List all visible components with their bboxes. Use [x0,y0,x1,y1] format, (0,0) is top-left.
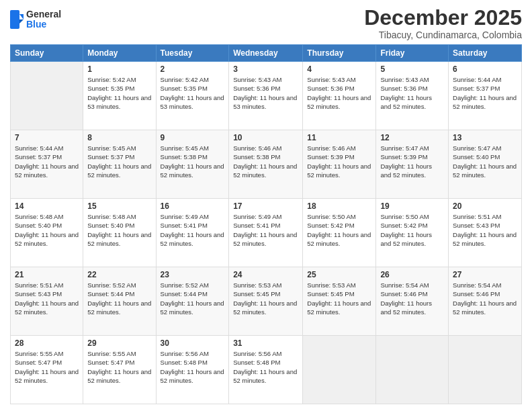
day-info: Sunrise: 5:47 AM Sunset: 5:40 PM Dayligh… [453,144,517,179]
calendar-cell: 8Sunrise: 5:45 AM Sunset: 5:37 PM Daylig… [83,130,156,199]
day-info: Sunrise: 5:46 AM Sunset: 5:39 PM Dayligh… [307,144,371,179]
day-number: 19 [380,201,444,211]
calendar-cell: 2Sunrise: 5:42 AM Sunset: 5:35 PM Daylig… [156,62,229,130]
calendar-cell: 17Sunrise: 5:49 AM Sunset: 5:41 PM Dayli… [229,199,303,267]
day-number: 10 [233,133,298,142]
calendar-cell: 25Sunrise: 5:53 AM Sunset: 5:45 PM Dayli… [303,267,376,336]
calendar-cell: 7Sunrise: 5:44 AM Sunset: 5:37 PM Daylig… [11,130,83,199]
calendar-cell: 9Sunrise: 5:45 AM Sunset: 5:38 PM Daylig… [156,130,229,199]
day-number: 21 [15,270,79,279]
day-info: Sunrise: 5:48 AM Sunset: 5:40 PM Dayligh… [87,212,151,248]
day-info: Sunrise: 5:42 AM Sunset: 5:35 PM Dayligh… [161,75,225,111]
day-info: Sunrise: 5:53 AM Sunset: 5:45 PM Dayligh… [233,281,298,316]
day-number: 22 [87,270,151,279]
day-info: Sunrise: 5:47 AM Sunset: 5:39 PM Dayligh… [380,144,444,179]
calendar-cell [303,336,376,404]
svg-marker-1 [19,14,24,19]
day-info: Sunrise: 5:45 AM Sunset: 5:38 PM Dayligh… [161,144,225,179]
day-number: 7 [15,133,79,142]
day-number: 26 [380,270,444,279]
day-number: 6 [453,64,517,74]
logo: General Blue [10,9,61,30]
calendar-cell [376,336,449,404]
calendar-cell: 29Sunrise: 5:55 AM Sunset: 5:47 PM Dayli… [83,336,156,404]
calendar-cell [11,62,83,130]
day-info: Sunrise: 5:55 AM Sunset: 5:47 PM Dayligh… [87,349,151,385]
calendar-cell: 6Sunrise: 5:44 AM Sunset: 5:37 PM Daylig… [449,62,522,130]
day-info: Sunrise: 5:56 AM Sunset: 5:48 PM Dayligh… [161,349,225,385]
day-number: 27 [453,270,517,279]
logo-general: General [26,9,61,19]
calendar-cell: 21Sunrise: 5:51 AM Sunset: 5:43 PM Dayli… [11,267,83,336]
day-header-saturday: Saturday [449,45,522,62]
day-number: 12 [380,133,444,142]
day-number: 17 [233,201,298,211]
calendar-cell: 15Sunrise: 5:48 AM Sunset: 5:40 PM Dayli… [83,199,156,267]
day-header-friday: Friday [376,45,449,62]
day-info: Sunrise: 5:49 AM Sunset: 5:41 PM Dayligh… [161,212,225,248]
day-info: Sunrise: 5:43 AM Sunset: 5:36 PM Dayligh… [233,75,298,111]
day-info: Sunrise: 5:50 AM Sunset: 5:42 PM Dayligh… [380,212,444,248]
day-info: Sunrise: 5:45 AM Sunset: 5:37 PM Dayligh… [87,144,151,179]
calendar-cell [449,336,522,404]
day-info: Sunrise: 5:46 AM Sunset: 5:38 PM Dayligh… [233,144,298,179]
calendar-cell: 30Sunrise: 5:56 AM Sunset: 5:48 PM Dayli… [156,336,229,404]
day-info: Sunrise: 5:55 AM Sunset: 5:47 PM Dayligh… [15,349,79,385]
location: Tibacuy, Cundinamarca, Colombia [364,30,522,40]
calendar-cell: 1Sunrise: 5:42 AM Sunset: 5:35 PM Daylig… [83,62,156,130]
day-number: 9 [161,133,225,142]
calendar-cell: 22Sunrise: 5:52 AM Sunset: 5:44 PM Dayli… [83,267,156,336]
calendar-cell: 3Sunrise: 5:43 AM Sunset: 5:36 PM Daylig… [229,62,303,130]
day-number: 15 [87,201,151,211]
day-number: 1 [87,64,151,74]
calendar-cell: 24Sunrise: 5:53 AM Sunset: 5:45 PM Dayli… [229,267,303,336]
calendar-cell: 4Sunrise: 5:43 AM Sunset: 5:36 PM Daylig… [303,62,376,130]
day-info: Sunrise: 5:43 AM Sunset: 5:36 PM Dayligh… [307,75,371,111]
day-header-monday: Monday [83,45,156,62]
day-number: 5 [380,64,444,74]
day-header-thursday: Thursday [303,45,376,62]
calendar-cell: 5Sunrise: 5:43 AM Sunset: 5:36 PM Daylig… [376,62,449,130]
day-info: Sunrise: 5:54 AM Sunset: 5:46 PM Dayligh… [453,281,517,316]
day-number: 8 [87,133,151,142]
day-info: Sunrise: 5:44 AM Sunset: 5:37 PM Dayligh… [453,75,517,111]
day-info: Sunrise: 5:53 AM Sunset: 5:45 PM Dayligh… [307,281,371,316]
month-title: December 2025 [364,7,522,28]
day-number: 28 [15,338,79,348]
calendar-cell: 16Sunrise: 5:49 AM Sunset: 5:41 PM Dayli… [156,199,229,267]
calendar-cell: 19Sunrise: 5:50 AM Sunset: 5:42 PM Dayli… [376,199,449,267]
day-number: 2 [161,64,225,74]
day-number: 16 [161,201,225,211]
day-number: 20 [453,201,517,211]
calendar-cell: 31Sunrise: 5:56 AM Sunset: 5:48 PM Dayli… [229,336,303,404]
day-info: Sunrise: 5:50 AM Sunset: 5:42 PM Dayligh… [307,212,371,248]
calendar-header-row: SundayMondayTuesdayWednesdayThursdayFrid… [11,45,522,62]
calendar-cell: 27Sunrise: 5:54 AM Sunset: 5:46 PM Dayli… [449,267,522,336]
day-number: 30 [161,338,225,348]
day-header-tuesday: Tuesday [156,45,229,62]
calendar-week-1: 7Sunrise: 5:44 AM Sunset: 5:37 PM Daylig… [11,130,522,199]
calendar-week-3: 21Sunrise: 5:51 AM Sunset: 5:43 PM Dayli… [11,267,522,336]
calendar-cell: 12Sunrise: 5:47 AM Sunset: 5:39 PM Dayli… [376,130,449,199]
day-info: Sunrise: 5:42 AM Sunset: 5:35 PM Dayligh… [87,75,151,111]
day-info: Sunrise: 5:52 AM Sunset: 5:44 PM Dayligh… [161,281,225,316]
day-info: Sunrise: 5:49 AM Sunset: 5:41 PM Dayligh… [233,212,298,248]
logo-icon [10,10,24,29]
calendar-table: SundayMondayTuesdayWednesdayThursdayFrid… [10,44,522,404]
day-number: 29 [87,338,151,348]
day-info: Sunrise: 5:52 AM Sunset: 5:44 PM Dayligh… [87,281,151,316]
calendar-cell: 28Sunrise: 5:55 AM Sunset: 5:47 PM Dayli… [11,336,83,404]
calendar-cell: 18Sunrise: 5:50 AM Sunset: 5:42 PM Dayli… [303,199,376,267]
logo-text: General Blue [26,9,61,30]
day-number: 31 [233,338,298,348]
day-info: Sunrise: 5:48 AM Sunset: 5:40 PM Dayligh… [15,212,79,248]
title-section: December 2025 Tibacuy, Cundinamarca, Col… [364,7,522,40]
day-number: 18 [307,201,371,211]
day-number: 13 [453,133,517,142]
calendar-cell: 11Sunrise: 5:46 AM Sunset: 5:39 PM Dayli… [303,130,376,199]
logo-blue: Blue [26,19,61,30]
day-number: 25 [307,270,371,279]
calendar-week-0: 1Sunrise: 5:42 AM Sunset: 5:35 PM Daylig… [11,62,522,130]
day-number: 24 [233,270,298,279]
calendar-cell: 10Sunrise: 5:46 AM Sunset: 5:38 PM Dayli… [229,130,303,199]
